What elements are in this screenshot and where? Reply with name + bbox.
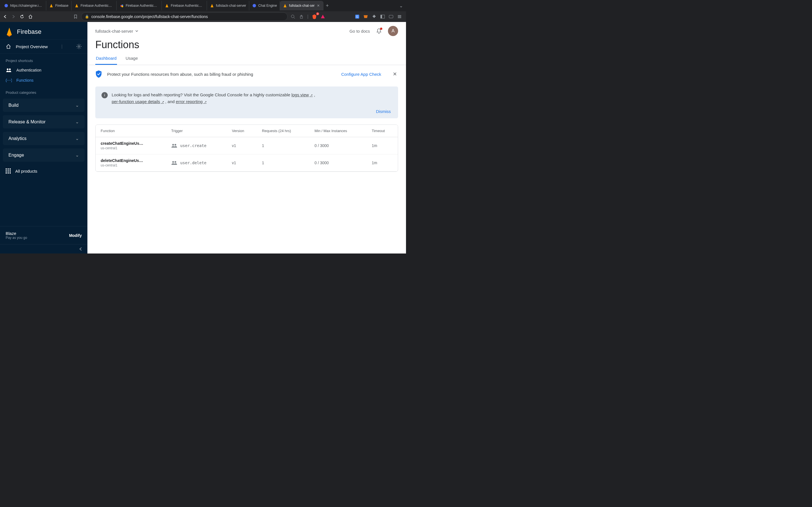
browser-menu-icon[interactable] [397, 14, 402, 19]
project-picker[interactable]: fullstack-chat-server [95, 29, 138, 34]
notification-dot-icon [380, 27, 382, 30]
svg-rect-36 [6, 172, 7, 173]
svg-marker-14 [321, 15, 325, 18]
new-tab-button[interactable]: + [323, 3, 331, 9]
svg-point-5 [121, 6, 123, 7]
col-instances[interactable]: Min / Max Instances [309, 125, 366, 137]
browser-tab[interactable]: Firebase [46, 1, 71, 10]
tab-title: Firebase Authenticatio [126, 4, 159, 8]
chevron-down-icon: ⌄ [75, 136, 79, 141]
browser-toolbar: 🔒 console.firebase.google.com/project/fu… [0, 11, 406, 22]
svg-point-10 [291, 15, 294, 18]
svg-rect-33 [6, 170, 7, 172]
categories-heading: Product categories [0, 86, 87, 97]
cell-version: v1 [227, 137, 257, 154]
category-analytics[interactable]: Analytics ⌄ [3, 132, 85, 145]
metamask-icon[interactable] [363, 14, 368, 19]
category-build[interactable]: Build ⌄ [3, 99, 85, 112]
reload-button[interactable] [19, 14, 25, 19]
cell-requests: 1 [257, 137, 310, 154]
col-timeout[interactable]: Timeout [367, 125, 398, 137]
back-button[interactable] [2, 14, 8, 19]
svg-marker-13 [312, 14, 316, 19]
table-row[interactable]: deleteChatEngineUs… us-central1 user.del… [96, 154, 398, 172]
home-button[interactable] [28, 14, 33, 19]
tab-usage[interactable]: Usage [125, 52, 138, 65]
page-tabs: Dashboard Usage [87, 52, 406, 65]
bookmark-button[interactable] [73, 14, 79, 19]
browser-tab[interactable]: Chat Engine [249, 1, 280, 10]
sidebar-item-functions[interactable]: (⋯) Functions [0, 75, 87, 86]
plan-subtitle: Pay as you go [6, 236, 27, 240]
tab-title: Chat Engine [258, 4, 277, 8]
browser-tab[interactable]: Firebase Authenticatio [71, 1, 117, 10]
svg-rect-35 [10, 170, 11, 172]
brave-rewards-icon[interactable] [320, 14, 325, 19]
category-engage[interactable]: Engage ⌄ [3, 149, 85, 162]
svg-marker-6 [165, 4, 168, 7]
browser-tab[interactable]: https://chatengine.io/p [1, 1, 46, 10]
usage-details-link[interactable]: per-function usage details ↗ [112, 99, 164, 104]
collapse-sidebar-button[interactable] [0, 244, 87, 253]
sidebar-item-authentication[interactable]: Authentication [0, 65, 87, 75]
svg-point-0 [4, 4, 8, 7]
avatar[interactable]: A [388, 26, 398, 36]
translate-icon[interactable]: G [355, 14, 360, 19]
svg-marker-9 [284, 4, 287, 7]
col-version[interactable]: Version [227, 125, 257, 137]
chevron-down-icon: ⌄ [75, 103, 79, 108]
col-trigger[interactable]: Trigger [166, 125, 227, 137]
col-function[interactable]: Function [96, 125, 166, 137]
category-release-monitor[interactable]: Release & Monitor ⌄ [3, 115, 85, 128]
firebase-icon [49, 3, 54, 8]
settings-button[interactable] [76, 44, 82, 49]
error-reporting-link[interactable]: error reporting ↗ [176, 99, 207, 104]
browser-tab[interactable]: Firebase Authenticatio [162, 1, 207, 10]
functions-table: Function Trigger Version Requests (24 hr… [95, 124, 398, 172]
forward-button[interactable] [11, 14, 16, 19]
sidebar-item-label: Functions [16, 78, 34, 82]
category-label: Engage [8, 153, 24, 158]
firebase-brand[interactable]: Firebase [0, 22, 87, 40]
address-bar[interactable]: 🔒 console.firebase.google.com/project/fu… [81, 12, 288, 21]
firebase-icon [283, 3, 287, 8]
close-banner-button[interactable]: ✕ [391, 71, 398, 77]
grid-icon [6, 168, 11, 173]
col-requests[interactable]: Requests (24 hrs) [257, 125, 310, 137]
close-tab-icon[interactable]: ✕ [316, 4, 320, 8]
browser-tab[interactable]: fullstack-chat-server [207, 1, 249, 10]
function-region: us-central1 [101, 163, 117, 167]
modify-plan-button[interactable]: Modify [69, 233, 82, 238]
svg-rect-30 [6, 168, 7, 170]
logs-view-link[interactable]: logs view ↗ [292, 93, 313, 97]
zoom-icon[interactable] [290, 14, 296, 19]
category-label: Release & Monitor [8, 119, 46, 124]
trigger-name: user.delete [180, 161, 206, 165]
tab-overflow-button[interactable]: ⌄ [397, 3, 405, 8]
browser-tab-active[interactable]: fullstack-chat-ser ✕ [280, 1, 323, 10]
project-overview-link[interactable]: Project Overview [6, 44, 48, 49]
function-region: us-central1 [101, 146, 117, 150]
tab-dashboard[interactable]: Dashboard [95, 52, 117, 65]
wallet-icon[interactable] [389, 14, 394, 19]
svg-marker-1 [50, 4, 53, 7]
svg-rect-31 [8, 168, 9, 170]
sidepanel-icon[interactable] [380, 14, 385, 19]
dismiss-info-button[interactable]: Dismiss [101, 105, 392, 115]
all-products-link[interactable]: All products [0, 163, 87, 179]
chevron-left-icon [79, 247, 82, 251]
svg-point-41 [172, 161, 174, 163]
browser-tab[interactable]: Firebase Authenticatio [117, 1, 162, 10]
share-icon[interactable] [299, 14, 304, 19]
extensions-icon[interactable] [371, 14, 377, 19]
svg-marker-7 [211, 4, 213, 7]
functions-icon: (⋯) [6, 78, 12, 82]
cell-version: v1 [227, 154, 257, 172]
notifications-button[interactable] [376, 28, 382, 34]
svg-point-39 [172, 144, 174, 146]
table-row[interactable]: createChatEngineUs… us-central1 user.cre… [96, 137, 398, 154]
tab-title: Firebase Authenticatio [171, 4, 204, 8]
configure-app-check-link[interactable]: Configure App Check [341, 72, 381, 76]
brave-shields-icon[interactable]: 3 [312, 14, 317, 19]
go-to-docs-link[interactable]: Go to docs [349, 29, 370, 34]
